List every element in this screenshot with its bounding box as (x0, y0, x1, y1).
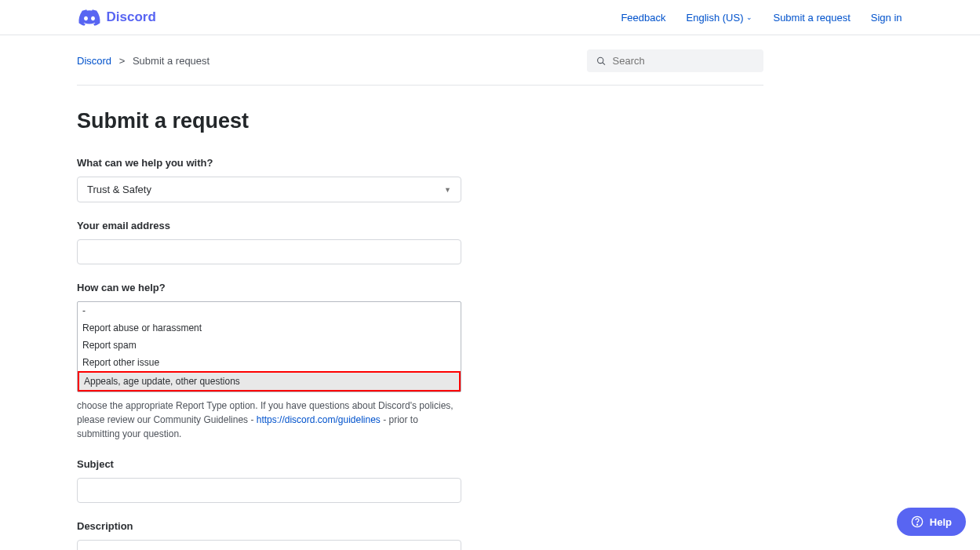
field-email: Your email address (77, 220, 461, 264)
nav-feedback[interactable]: Feedback (621, 12, 665, 24)
dropdown-how-help[interactable]: - Report abuse or harassment Report spam… (77, 301, 461, 392)
label-help-with: What can we help you with? (77, 157, 461, 169)
help-widget-label: Help (930, 516, 952, 528)
svg-line-1 (603, 62, 605, 64)
help-widget[interactable]: Help (897, 508, 966, 536)
discord-logo[interactable]: Discord (78, 9, 156, 26)
dropdown-item-other[interactable]: Report other issue (78, 354, 461, 371)
dropdown-item-abuse[interactable]: Report abuse or harassment (78, 319, 461, 337)
field-help-with: What can we help you with? Trust & Safet… (77, 157, 461, 202)
nav-language[interactable]: English (US)⌄ (687, 12, 753, 24)
search-box[interactable] (587, 49, 763, 72)
field-how-help: How can we help? - Report abuse or haras… (77, 282, 461, 441)
page-title: Submit a request (77, 109, 461, 133)
discord-icon (78, 9, 100, 26)
description-textarea[interactable] (77, 540, 461, 550)
label-how-help: How can we help? (77, 282, 461, 293)
nav-submit-request[interactable]: Submit a request (773, 12, 850, 24)
nav-signin[interactable]: Sign in (871, 12, 902, 24)
svg-point-0 (598, 57, 603, 63)
form-area: Submit a request What can we help you wi… (77, 86, 461, 550)
search-input[interactable] (613, 55, 754, 67)
label-email: Your email address (77, 220, 461, 231)
dropdown-item-blank[interactable]: - (78, 302, 461, 319)
caret-down-icon: ▼ (444, 186, 451, 194)
subject-input[interactable] (77, 478, 461, 503)
field-description: Description (77, 520, 461, 550)
header-inner: Discord Feedback English (US)⌄ Submit a … (78, 9, 902, 26)
email-input[interactable] (77, 239, 461, 264)
label-subject: Subject (77, 458, 461, 470)
select-help-with-value: Trust & Safety (87, 184, 151, 195)
help-icon (911, 515, 924, 528)
guidelines-link[interactable]: https://discord.com/guidelines (257, 414, 381, 425)
help-text: choose the appropriate Report Type optio… (77, 399, 461, 441)
top-row: Discord > Submit a request (77, 35, 763, 72)
dropdown-item-appeals[interactable]: Appeals, age update, other questions (78, 371, 461, 392)
logo-text: Discord (107, 9, 156, 25)
breadcrumb-home[interactable]: Discord (77, 55, 111, 67)
nav-links: Feedback English (US)⌄ Submit a request … (621, 12, 902, 24)
select-help-with[interactable]: Trust & Safety ▼ (77, 177, 461, 202)
chevron-down-icon: ⌄ (746, 13, 752, 21)
breadcrumb-current: Submit a request (133, 55, 209, 67)
search-icon (596, 56, 607, 67)
svg-point-3 (916, 524, 917, 525)
breadcrumb: Discord > Submit a request (77, 55, 209, 67)
header: Discord Feedback English (US)⌄ Submit a … (0, 0, 980, 35)
label-description: Description (77, 520, 461, 532)
breadcrumb-separator: > (119, 55, 126, 67)
field-subject: Subject (77, 458, 461, 503)
dropdown-item-spam[interactable]: Report spam (78, 337, 461, 354)
